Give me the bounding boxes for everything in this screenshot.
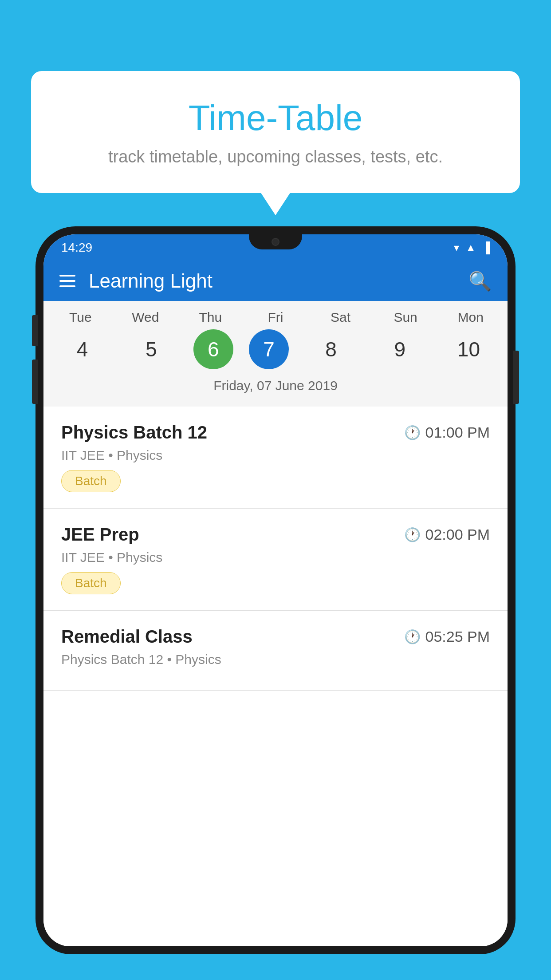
power-button <box>513 351 519 404</box>
class-name-3: Remedial Class <box>61 627 193 647</box>
notch <box>249 234 302 249</box>
class-item-3-header: Remedial Class 🕐 05:25 PM <box>61 627 490 647</box>
status-icons: ▾ ▲ ▐ <box>454 241 490 254</box>
phone-screen: 14:29 ▾ ▲ ▐ Learning Light 🔍 <box>43 234 508 946</box>
volume-button-2 <box>32 360 38 404</box>
status-time: 14:29 <box>61 241 92 255</box>
day-name-mon: Mon <box>444 310 497 325</box>
day-4[interactable]: 4 <box>56 329 109 369</box>
clock-icon-2: 🕐 <box>404 527 421 542</box>
app-bar: Learning Light 🔍 <box>43 261 508 301</box>
menu-icon[interactable] <box>59 275 75 287</box>
class-time-3: 🕐 05:25 PM <box>404 628 490 645</box>
day-6-today[interactable]: 6 <box>193 329 233 369</box>
class-item-1[interactable]: Physics Batch 12 🕐 01:00 PM IIT JEE • Ph… <box>43 407 508 509</box>
app-title: Learning Light <box>89 270 468 292</box>
clock-icon-1: 🕐 <box>404 425 421 440</box>
screen-content: 14:29 ▾ ▲ ▐ Learning Light 🔍 <box>43 234 508 946</box>
signal-icon: ▲ <box>465 241 476 254</box>
speech-bubble-container: Time-Table track timetable, upcoming cla… <box>31 71 520 193</box>
clock-icon-3: 🕐 <box>404 629 421 644</box>
selected-date-label: Friday, 07 June 2019 <box>43 374 508 402</box>
day-7-selected[interactable]: 7 <box>249 329 289 369</box>
class-item-2-header: JEE Prep 🕐 02:00 PM <box>61 525 490 545</box>
day-name-sat: Sat <box>314 310 367 325</box>
class-meta-1: IIT JEE • Physics <box>61 448 490 463</box>
wifi-icon: ▾ <box>454 241 459 254</box>
bubble-title: Time-Table <box>58 98 493 138</box>
bubble-subtitle: track timetable, upcoming classes, tests… <box>58 147 493 166</box>
day-name-thu: Thu <box>184 310 237 325</box>
batch-tag-2: Batch <box>61 572 121 594</box>
phone-container: 14:29 ▾ ▲ ▐ Learning Light 🔍 <box>35 226 516 980</box>
days-header: Tue Wed Thu Fri Sat Sun Mon <box>43 310 508 325</box>
day-name-fri: Fri <box>249 310 302 325</box>
days-numbers: 4 5 6 7 8 9 10 <box>43 329 508 374</box>
day-5[interactable]: 5 <box>125 329 178 369</box>
search-icon[interactable]: 🔍 <box>468 270 492 292</box>
day-9[interactable]: 9 <box>373 329 426 369</box>
calendar-strip: Tue Wed Thu Fri Sat Sun Mon 4 5 6 7 8 <box>43 301 508 407</box>
day-name-wed: Wed <box>119 310 172 325</box>
class-item-2[interactable]: JEE Prep 🕐 02:00 PM IIT JEE • Physics Ba… <box>43 509 508 611</box>
time-value-1: 01:00 PM <box>425 424 490 441</box>
class-item-3[interactable]: Remedial Class 🕐 05:25 PM Physics Batch … <box>43 611 508 691</box>
front-camera <box>272 238 279 246</box>
phone-outer: 14:29 ▾ ▲ ▐ Learning Light 🔍 <box>35 226 516 954</box>
time-value-2: 02:00 PM <box>425 526 490 543</box>
time-value-3: 05:25 PM <box>425 628 490 645</box>
day-name-sun: Sun <box>379 310 432 325</box>
class-meta-2: IIT JEE • Physics <box>61 550 490 565</box>
day-10[interactable]: 10 <box>442 329 495 369</box>
speech-bubble: Time-Table track timetable, upcoming cla… <box>31 71 520 193</box>
day-name-tue: Tue <box>54 310 107 325</box>
battery-icon: ▐ <box>482 241 490 254</box>
volume-button-1 <box>32 315 38 346</box>
class-meta-3: Physics Batch 12 • Physics <box>61 652 490 667</box>
classes-list: Physics Batch 12 🕐 01:00 PM IIT JEE • Ph… <box>43 407 508 946</box>
class-time-2: 🕐 02:00 PM <box>404 526 490 543</box>
class-time-1: 🕐 01:00 PM <box>404 424 490 441</box>
batch-tag-1: Batch <box>61 470 121 492</box>
day-8[interactable]: 8 <box>304 329 358 369</box>
class-item-1-header: Physics Batch 12 🕐 01:00 PM <box>61 423 490 443</box>
class-name-2: JEE Prep <box>61 525 139 545</box>
class-name-1: Physics Batch 12 <box>61 423 207 443</box>
